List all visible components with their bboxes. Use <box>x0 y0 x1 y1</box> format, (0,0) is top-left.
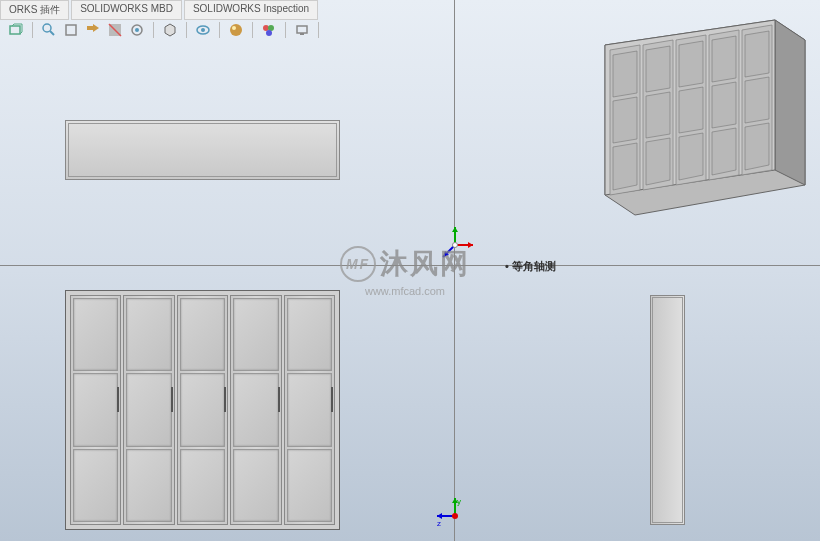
view-settings-icon[interactable] <box>294 22 310 38</box>
orientation-icon[interactable] <box>8 22 24 38</box>
zoom-fit-icon[interactable] <box>63 22 79 38</box>
watermark-logo: MF <box>340 246 376 282</box>
svg-rect-2 <box>66 25 76 35</box>
svg-marker-18 <box>452 227 458 232</box>
edit-appearance-icon[interactable] <box>261 22 277 38</box>
watermark-text: 沐风网 <box>380 245 470 283</box>
zoom-area-icon[interactable] <box>41 22 57 38</box>
toolbar-separator <box>186 22 187 38</box>
apply-scene-icon[interactable] <box>228 22 244 38</box>
svg-point-1 <box>43 24 51 32</box>
svg-rect-0 <box>10 26 20 34</box>
view-toolbar <box>8 22 321 38</box>
hide-show-icon[interactable] <box>195 22 211 38</box>
svg-rect-14 <box>300 33 304 35</box>
previous-view-icon[interactable] <box>85 22 101 38</box>
axis-z-label: z <box>437 519 441 528</box>
dynamic-view-icon[interactable] <box>129 22 145 38</box>
svg-point-5 <box>135 28 139 32</box>
toolbar-separator <box>219 22 220 38</box>
model-isometric-view <box>560 15 810 225</box>
svg-point-12 <box>266 30 272 36</box>
toolbar-separator <box>153 22 154 38</box>
toolbar-separator <box>32 22 33 38</box>
model-top-view <box>65 120 340 180</box>
display-style-icon[interactable] <box>162 22 178 38</box>
view-label-isometric: • 等角轴测 <box>505 259 556 274</box>
toolbar-separator <box>285 22 286 38</box>
watermark: MF 沐风网 www.mfcad.com <box>340 245 470 297</box>
tab-mbd[interactable]: SOLIDWORKS MBD <box>71 0 182 20</box>
svg-rect-13 <box>297 26 307 33</box>
section-view-icon[interactable] <box>107 22 123 38</box>
tab-plugins[interactable]: ORKS 插件 <box>0 0 69 20</box>
toolbar-separator <box>252 22 253 38</box>
triad-bottom: y z <box>435 496 475 536</box>
axis-y-label: y <box>457 497 461 506</box>
model-side-view <box>650 295 685 525</box>
watermark-url: www.mfcad.com <box>340 285 470 297</box>
toolbar-separator <box>318 22 319 38</box>
svg-point-7 <box>201 28 205 32</box>
tab-inspection[interactable]: SOLIDWORKS Inspection <box>184 0 318 20</box>
svg-point-8 <box>230 24 242 36</box>
model-front-view <box>65 290 340 530</box>
svg-point-26 <box>452 513 458 519</box>
svg-point-9 <box>232 26 236 30</box>
